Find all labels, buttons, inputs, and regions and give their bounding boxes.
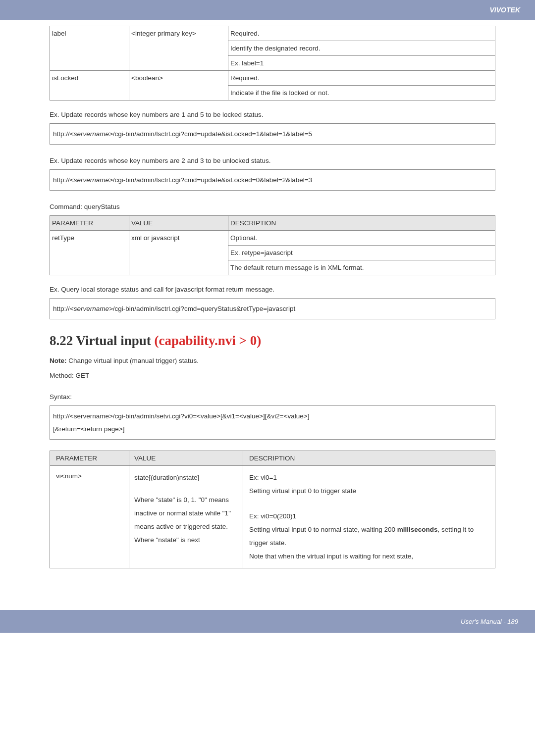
note-label: Note:: [50, 357, 67, 364]
desc-cell: Ex. label=1: [228, 56, 495, 71]
table-row: retType xml or javascript Optional.: [50, 231, 495, 246]
url-path: /cgi-bin/admin/lsctrl.cgi?cmd=update&isL…: [113, 130, 312, 138]
method-line: Method: GET: [50, 370, 495, 381]
table-header-row: PARAMETER VALUE DESCRIPTION: [50, 451, 495, 466]
page-content: label <integer primary key> Required. Id…: [0, 20, 535, 592]
params-table-update: label <integer primary key> Required. Id…: [50, 26, 495, 101]
value-cell: xml or javascript: [129, 231, 228, 275]
bottom-footer-bar: User's Manual - 189: [0, 610, 535, 633]
example-caption: Ex. Update records whose key numbers are…: [50, 109, 495, 120]
value-cell: <boolean>: [129, 71, 228, 101]
table-header-row: PARAMETER VALUE DESCRIPTION: [50, 216, 495, 231]
header-parameter: PARAMETER: [50, 216, 129, 231]
desc-line: Note that when the virtual input is wait…: [249, 550, 489, 563]
desc-line: Setting virtual input 0 to normal state,…: [249, 523, 489, 550]
params-table-querystatus: PARAMETER VALUE DESCRIPTION retType xml …: [50, 215, 495, 275]
url-server: <servername>: [70, 130, 113, 138]
desc-line: Ex: vi0=0(200)1: [249, 509, 489, 523]
url-server: <servername>: [70, 305, 113, 312]
syntax-label: Syntax:: [50, 392, 495, 403]
brand-label: VIVOTEK: [490, 6, 520, 14]
url-path: /cgi-bin/admin/lsctrl.cgi?cmd=update&isL…: [113, 176, 312, 184]
url-path: /cgi-bin/admin/lsctrl.cgi?cmd=queryStatu…: [113, 305, 295, 312]
syntax-line: http://<servername>/cgi-bin/admin/setvi.…: [53, 410, 492, 423]
top-header-bar: VIVOTEK: [0, 0, 535, 20]
header-description: DESCRIPTION: [228, 216, 495, 231]
example-url-box: http://<servername>/cgi-bin/admin/lsctrl…: [50, 169, 495, 191]
section-heading: 8.22 Virtual input (capability.nvi > 0): [50, 333, 495, 349]
value-line: Where "state" is 0, 1. "0" means inactiv…: [134, 493, 238, 547]
desc-line: Ex: vi0=1: [249, 471, 489, 484]
desc-cell: Identify the designated record.: [228, 41, 495, 56]
section-condition: (capability.nvi > 0): [155, 333, 262, 348]
header-parameter: PARAMETER: [50, 451, 129, 466]
url-server: <servername>: [70, 176, 113, 184]
url-prefix: http://: [53, 176, 70, 184]
desc-cell: Ex: vi0=1 Setting virtual input 0 to tri…: [243, 466, 495, 568]
desc-line: Setting virtual input 0 to trigger state: [249, 484, 489, 498]
header-description: DESCRIPTION: [243, 451, 495, 466]
param-cell: label: [50, 26, 129, 71]
url-prefix: http://: [53, 305, 70, 312]
example-caption: Ex. Query local storage status and call …: [50, 284, 495, 295]
section-number-title: 8.22 Virtual input: [50, 333, 155, 348]
value-cell: state[(duration)nstate] Where "state" is…: [129, 466, 243, 568]
desc-cell: The default return message is in XML for…: [228, 260, 495, 275]
desc-cell: Optional.: [228, 231, 495, 246]
params-table-vi: PARAMETER VALUE DESCRIPTION vi<num> stat…: [50, 451, 495, 568]
command-heading: Command: queryStatus: [50, 202, 495, 212]
desc-cell: Indicate if the file is locked or not.: [228, 86, 495, 101]
param-cell: vi<num>: [50, 466, 129, 568]
param-cell: retType: [50, 231, 129, 275]
desc-cell: Required.: [228, 26, 495, 41]
syntax-box: http://<servername>/cgi-bin/admin/setvi.…: [50, 405, 495, 440]
table-row: isLocked <boolean> Required.: [50, 71, 495, 86]
desc-cell: Required.: [228, 71, 495, 86]
note-line: Note: Change virtual input (manual trigg…: [50, 355, 495, 366]
url-prefix: http://: [53, 130, 70, 138]
header-value: VALUE: [129, 216, 228, 231]
value-cell: <integer primary key>: [129, 26, 228, 71]
table-row: vi<num> state[(duration)nstate] Where "s…: [50, 466, 495, 568]
note-text: Change virtual input (manual trigger) st…: [67, 357, 199, 364]
syntax-line: [&return=<return page>]: [53, 423, 492, 436]
value-line: state[(duration)nstate]: [134, 471, 238, 484]
table-row: label <integer primary key> Required.: [50, 26, 495, 41]
desc-cell: Ex. retype=javascript: [228, 246, 495, 260]
param-cell: isLocked: [50, 71, 129, 101]
example-caption: Ex. Update records whose key numbers are…: [50, 155, 495, 166]
header-value: VALUE: [129, 451, 243, 466]
example-url-box: http://<servername>/cgi-bin/admin/lsctrl…: [50, 123, 495, 145]
footer-text: User's Manual - 189: [461, 618, 518, 625]
example-url-box: http://<servername>/cgi-bin/admin/lsctrl…: [50, 298, 495, 320]
